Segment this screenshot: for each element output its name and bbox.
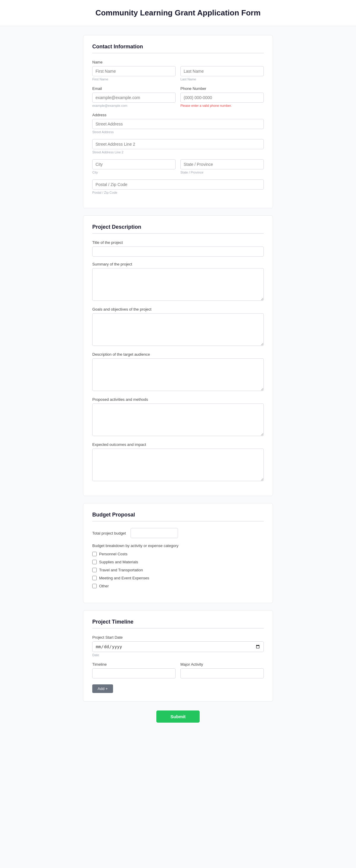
email-phone-row: Email example@example.com Phone Number P…: [92, 86, 264, 107]
timeline-field-group: Timeline: [92, 662, 176, 678]
city-input[interactable]: [92, 159, 176, 169]
major-activity-group: Major Activity: [180, 662, 264, 678]
name-label: Name: [92, 60, 264, 64]
last-name-hint: Last Name: [180, 78, 264, 81]
state-group: State / Province: [180, 159, 264, 174]
checkbox-travel-input[interactable]: [92, 568, 97, 572]
timeline-label: Timeline: [92, 662, 176, 666]
project-summary-group: Summary of the project: [92, 262, 264, 302]
name-row: First Name Last Name: [92, 66, 264, 81]
checkbox-other-text: Other: [99, 584, 109, 588]
budget-section-title: Budget Proposal: [92, 512, 264, 522]
project-audience-group: Description of the target audience: [92, 352, 264, 392]
project-summary-textarea[interactable]: [92, 268, 264, 301]
project-title-input[interactable]: [92, 247, 264, 257]
checkbox-supplies: Supplies and Materials: [92, 559, 264, 565]
section-timeline: Project Timeline Project Start Date Date…: [83, 610, 273, 702]
project-activities-group: Proposed activities and methods: [92, 397, 264, 437]
checkbox-travel-label[interactable]: Travel and Transportation: [92, 567, 264, 573]
project-audience-label: Description of the target audience: [92, 352, 264, 356]
form-container: Contact Information Name First Name Last…: [77, 26, 279, 740]
budget-total-row: Total project budget: [92, 528, 264, 538]
first-name-input[interactable]: [92, 66, 176, 76]
project-summary-label: Summary of the project: [92, 262, 264, 267]
street1-input[interactable]: [92, 119, 264, 129]
checkbox-supplies-input[interactable]: [92, 560, 97, 564]
city-group: City: [92, 159, 176, 174]
checkbox-meeting-text: Meeting and Event Expenses: [99, 576, 149, 580]
phone-input[interactable]: [180, 93, 264, 103]
last-name-input[interactable]: [180, 66, 264, 76]
project-title-group: Title of the project: [92, 240, 264, 257]
section-budget: Budget Proposal Total project budget Bud…: [83, 503, 273, 603]
checkbox-personnel-input[interactable]: [92, 552, 97, 556]
checkbox-travel: Travel and Transportation: [92, 567, 264, 573]
major-activity-label: Major Activity: [180, 662, 264, 666]
street1-hint: Street Address: [92, 130, 264, 134]
state-input[interactable]: [180, 159, 264, 169]
street1-group: Street Address: [92, 119, 264, 134]
timeline-activity-row: Timeline Major Activity: [92, 662, 264, 678]
project-goals-textarea[interactable]: [92, 313, 264, 346]
zip-hint: Postal / Zip Code: [92, 191, 264, 194]
section-project: Project Description Title of the project…: [83, 215, 273, 496]
email-input[interactable]: [92, 93, 176, 103]
checkbox-other-input[interactable]: [92, 584, 97, 588]
project-section-title: Project Description: [92, 224, 264, 234]
street2-hint: Street Address Line 2: [92, 150, 264, 154]
project-activities-label: Proposed activities and methods: [92, 397, 264, 402]
email-group: Email example@example.com: [92, 86, 176, 107]
checkbox-other: Other: [92, 583, 264, 589]
state-hint: State / Province: [180, 170, 264, 174]
budget-total-label: Total project budget: [92, 531, 126, 535]
project-title-label: Title of the project: [92, 240, 264, 245]
checkbox-supplies-label[interactable]: Supplies and Materials: [92, 559, 264, 565]
checkbox-meeting: Meeting and Event Expenses: [92, 575, 264, 581]
timeline-input[interactable]: [92, 669, 176, 678]
budget-breakdown-label: Budget breakdown by activity or expense …: [92, 544, 264, 548]
zip-group: Postal / Zip Code: [92, 180, 264, 194]
page-header: Community Learning Grant Application For…: [0, 0, 356, 26]
major-activity-input[interactable]: [180, 669, 264, 678]
section-contact: Contact Information Name First Name Last…: [83, 35, 273, 208]
budget-total-input[interactable]: [130, 528, 178, 538]
project-audience-textarea[interactable]: [92, 359, 264, 391]
start-date-label: Project Start Date: [92, 635, 264, 640]
checkbox-personnel-label[interactable]: Personnel Costs: [92, 551, 264, 557]
first-name-hint: First Name: [92, 78, 176, 81]
email-hint: example@example.com: [92, 104, 176, 107]
checkbox-supplies-text: Supplies and Materials: [99, 560, 138, 564]
checkbox-meeting-label[interactable]: Meeting and Event Expenses: [92, 575, 264, 581]
project-activities-textarea[interactable]: [92, 403, 264, 436]
contact-section-title: Contact Information: [92, 43, 264, 53]
project-outcomes-label: Expected outcomes and impact: [92, 442, 264, 447]
last-name-group: Last Name: [180, 66, 264, 81]
city-hint: City: [92, 170, 176, 174]
project-outcomes-group: Expected outcomes and impact: [92, 442, 264, 482]
project-goals-label: Goals and objectives of the project: [92, 307, 264, 311]
submit-button[interactable]: Submit: [156, 711, 200, 723]
timeline-section-title: Project Timeline: [92, 619, 264, 629]
checkbox-other-label[interactable]: Other: [92, 583, 264, 589]
start-date-input[interactable]: [92, 641, 264, 652]
first-name-group: First Name: [92, 66, 176, 81]
phone-group: Phone Number Please enter a valid phone …: [180, 86, 264, 107]
budget-breakdown-group: Budget breakdown by activity or expense …: [92, 544, 264, 589]
street2-input[interactable]: [92, 139, 264, 149]
address-section: Address Street Address Street Address Li…: [92, 113, 264, 194]
checkbox-personnel-text: Personnel Costs: [99, 552, 127, 556]
start-date-group: Project Start Date Date: [92, 635, 264, 657]
name-group: Name First Name Last Name: [92, 60, 264, 81]
email-label: Email: [92, 86, 176, 91]
checkbox-meeting-input[interactable]: [92, 576, 97, 580]
city-state-row: City State / Province: [92, 159, 264, 174]
add-timeline-button[interactable]: Add +: [92, 684, 113, 693]
address-label: Address: [92, 113, 264, 117]
phone-hint: Please enter a valid phone number.: [180, 104, 264, 107]
zip-input[interactable]: [92, 180, 264, 190]
checkbox-personnel: Personnel Costs: [92, 551, 264, 557]
start-date-hint: Date: [92, 653, 264, 657]
project-outcomes-textarea[interactable]: [92, 448, 264, 481]
project-goals-group: Goals and objectives of the project: [92, 307, 264, 347]
checkbox-travel-text: Travel and Transportation: [99, 568, 143, 572]
